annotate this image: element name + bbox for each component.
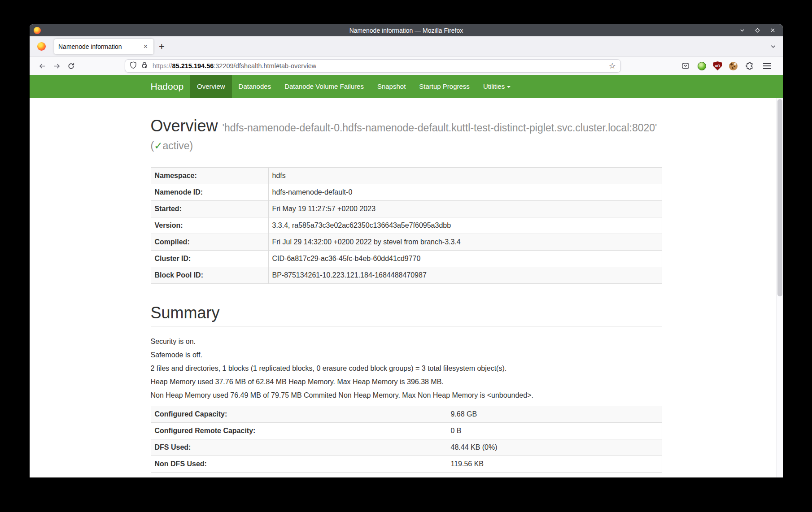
menu-hamburger-icon[interactable]	[762, 61, 772, 71]
browser-window: Namenode information — Mozilla Firefox N…	[30, 24, 783, 477]
row-value: BP-875134261-10.223.121.184-168448847098…	[268, 267, 662, 283]
tab-title: Namenode information	[58, 43, 142, 50]
page-content: Overview 'hdfs-namenode-default-0.hdfs-n…	[30, 98, 783, 477]
summary-title: Summary	[151, 304, 662, 322]
browser-toolbar: https://85.215.194.56:32209/dfshealth.ht…	[30, 57, 783, 75]
row-value: 0 B	[447, 422, 662, 439]
namenode-address-text: 'hdfs-namenode-default-0.hdfs-namenode-d…	[223, 122, 657, 134]
summary-header: Summary	[151, 304, 662, 327]
url-path: :32209/dfshealth.html#tab-overview	[214, 62, 316, 69]
table-row: DFS Used:48.44 KB (0%)	[151, 439, 662, 456]
status-close-paren: )	[190, 140, 193, 152]
lock-warning-icon[interactable]	[141, 61, 148, 70]
tracking-protection-shield-icon[interactable]	[130, 61, 137, 70]
row-value: 9.68 GB	[447, 406, 662, 422]
summary-line-filesystem-objects: 2 files and directories, 1 blocks (1 rep…	[151, 364, 662, 373]
active-check-icon: ✓	[154, 140, 162, 152]
status-badge: active	[162, 140, 189, 152]
overview-heading-text: Overview	[151, 117, 218, 135]
summary-line-security: Security is on.	[151, 337, 662, 346]
ublock-origin-icon[interactable]: uO	[713, 61, 722, 70]
namenode-info-table: Namespace:hdfs Namenode ID:hdfs-namenode…	[151, 167, 662, 284]
row-label: Compiled:	[151, 234, 268, 250]
nav-tab-snapshot[interactable]: Snapshot	[371, 75, 412, 98]
nav-tab-datanode-volume-failures[interactable]: Datanode Volume Failures	[278, 75, 371, 98]
summary-line-heap-memory: Heap Memory used 37.76 MB of 62.84 MB He…	[151, 377, 662, 386]
table-row: Version:3.3.4, ra585a73c3e02ac62350c1366…	[151, 217, 662, 234]
hadoop-navbar: Hadoop Overview Datanodes Datanode Volum…	[30, 75, 783, 98]
nav-dropdown-utilities[interactable]: Utilities	[476, 75, 517, 98]
row-label: DFS Used:	[151, 439, 447, 456]
overview-header: Overview 'hdfs-namenode-default-0.hdfs-n…	[151, 117, 662, 158]
forward-icon[interactable]	[49, 59, 64, 73]
summary-line-non-heap-memory: Non Heap Memory used 76.49 MB of 79.75 M…	[151, 391, 662, 400]
row-label: Cluster ID:	[151, 250, 268, 267]
navbar-brand-hadoop[interactable]: Hadoop	[144, 75, 191, 98]
row-label: Started:	[151, 200, 268, 217]
row-value: Fri Jul 29 14:32:00 +0200 2022 by stevel…	[268, 234, 662, 250]
row-value: Fri May 19 11:27:57 +0200 2023	[268, 200, 662, 217]
page-title: Overview 'hdfs-namenode-default-0.hdfs-n…	[151, 117, 662, 153]
capacity-table: Configured Capacity:9.68 GB Configured R…	[151, 406, 662, 473]
nav-tab-datanodes[interactable]: Datanodes	[232, 75, 278, 98]
titlebar: Namenode information — Mozilla Firefox	[30, 24, 783, 36]
tab-strip: Namenode information × +	[30, 36, 783, 57]
row-value: hdfs-namenode-default-0	[268, 184, 662, 200]
extensions-puzzle-icon[interactable]	[745, 61, 755, 71]
table-row: Configured Remote Capacity:0 B	[151, 422, 662, 439]
row-value: CID-6a817c29-ac36-45fc-b4eb-60dd41cd9770	[268, 250, 662, 267]
url-host: 85.215.194.56	[172, 62, 214, 69]
table-row: Cluster ID:CID-6a817c29-ac36-45fc-b4eb-6…	[151, 250, 662, 267]
green-extension-icon[interactable]	[698, 62, 706, 70]
pocket-icon[interactable]	[681, 61, 690, 71]
row-label: Namespace:	[151, 167, 268, 184]
cookie-extension-icon[interactable]	[729, 62, 738, 70]
scrollbar-thumb[interactable]	[777, 99, 782, 296]
url-bar[interactable]: https://85.215.194.56:32209/dfshealth.ht…	[125, 59, 621, 73]
table-row: Namespace:hdfs	[151, 167, 662, 184]
table-row: Compiled:Fri Jul 29 14:32:00 +0200 2022 …	[151, 234, 662, 250]
row-label: Configured Capacity:	[151, 406, 447, 422]
reload-icon[interactable]	[64, 59, 78, 73]
namenode-address: 'hdfs-namenode-default-0.hdfs-namenode-d…	[151, 122, 657, 152]
firefox-view-icon[interactable]	[37, 42, 46, 51]
table-row: Namenode ID:hdfs-namenode-default-0	[151, 184, 662, 200]
bookmark-star-icon[interactable]: ☆	[609, 62, 616, 70]
tab-close-icon[interactable]: ×	[142, 42, 149, 51]
table-row: Configured Capacity:9.68 GB	[151, 406, 662, 422]
extension-cluster: uO	[681, 61, 777, 71]
page-scrollbar[interactable]	[776, 98, 783, 477]
back-icon[interactable]	[35, 59, 49, 73]
url-scheme: https://	[153, 62, 172, 69]
row-value: 119.56 KB	[447, 456, 662, 472]
table-row: Block Pool ID:BP-875134261-10.223.121.18…	[151, 267, 662, 283]
nav-tab-overview[interactable]: Overview	[190, 75, 232, 98]
tab-namenode-information[interactable]: Namenode information ×	[54, 39, 153, 54]
nav-tab-startup-progress[interactable]: Startup Progress	[412, 75, 476, 98]
list-all-tabs-icon[interactable]	[770, 43, 777, 50]
row-label: Namenode ID:	[151, 184, 268, 200]
url-text: https://85.215.194.56:32209/dfshealth.ht…	[153, 62, 316, 69]
row-value: 48.44 KB (0%)	[447, 439, 662, 456]
table-row: Started:Fri May 19 11:27:57 +0200 2023	[151, 200, 662, 217]
row-label: Configured Remote Capacity:	[151, 422, 447, 439]
utilities-label: Utilities	[483, 82, 505, 90]
window-title: Namenode information — Mozilla Firefox	[30, 27, 783, 34]
row-value: 3.3.4, ra585a73c3e02ac62350c136643a5e7f6…	[268, 217, 662, 234]
row-label: Non DFS Used:	[151, 456, 447, 472]
row-label: Block Pool ID:	[151, 267, 268, 283]
chevron-down-icon	[507, 86, 511, 88]
summary-line-safemode: Safemode is off.	[151, 350, 662, 360]
row-label: Version:	[151, 217, 268, 234]
new-tab-button[interactable]: +	[153, 42, 170, 52]
row-value: hdfs	[268, 167, 662, 184]
table-row: Non DFS Used:119.56 KB	[151, 456, 662, 472]
